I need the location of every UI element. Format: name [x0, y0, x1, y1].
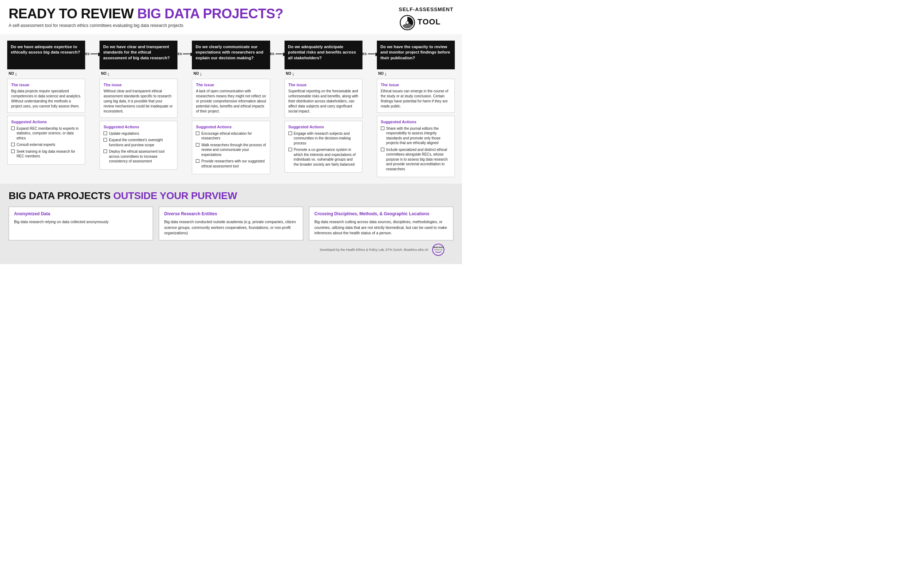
issue-box-4: The issue Superficial reporting on the f…	[284, 79, 362, 118]
svg-text:Health Ethics: Health Ethics	[433, 247, 444, 248]
checkbox-icon	[196, 159, 199, 163]
action-item: Expand REC membership to experts in stat…	[11, 126, 81, 141]
checkbox-icon	[288, 148, 292, 151]
bottom-card-1: Anonymized Data Big data research relyin…	[8, 207, 153, 241]
tool-icon	[399, 14, 416, 31]
no-arrow-5: NO ↓	[377, 69, 455, 78]
flow-column-5: Do we have the capacity to review and mo…	[377, 41, 455, 178]
issue-box-3: The issue A lack of open communication w…	[192, 79, 270, 118]
down-arrow-5: ↓	[385, 71, 387, 77]
checkbox-icon	[11, 150, 15, 153]
health-ethics-logo: Health Ethics & Policy Lab	[432, 243, 445, 256]
issue-box-1: The issue Big data projects require spec…	[7, 79, 85, 113]
bottom-title: BIG DATA PROJECTS OUTSIDE YOUR PURVIEW	[8, 190, 454, 202]
title-black: READY TO REVIEW	[8, 6, 134, 21]
issue-title-1: The issue	[11, 82, 81, 87]
bottom-card-title-3: Crossing Disciplines, Methods, & Geograp…	[314, 211, 448, 216]
arrow-line	[183, 54, 190, 54]
question-box-1: Do we have adequate expertise to ethical…	[7, 41, 85, 69]
bottom-card-text-1: Big data research relying on data collec…	[14, 219, 148, 225]
header-right: SELF-ASSESSMENT TOOL	[399, 7, 454, 31]
no-arrow-2: NO ↓	[100, 69, 178, 78]
action-item: Include specialized and distinct ethical…	[381, 147, 451, 172]
no-arrow-4: NO ↓	[284, 69, 362, 78]
title-purple: BIG DATA PROJECTS?	[137, 6, 283, 21]
issue-title-3: The issue	[196, 82, 266, 87]
header-left: READY TO REVIEW BIG DATA PROJECTS? A sel…	[8, 7, 283, 28]
bottom-card-title-2: Diverse Research Entities	[164, 211, 298, 216]
svg-point-1	[406, 21, 409, 24]
bottom-card-title-1: Anonymized Data	[14, 211, 148, 216]
action-item: Consult external experts	[11, 142, 81, 147]
issue-title-4: The issue	[288, 82, 358, 87]
no-arrow-1: NO ↓	[7, 69, 85, 78]
checkbox-icon	[381, 127, 385, 130]
issue-title-2: The issue	[104, 82, 174, 87]
issue-text-4: Superficial reporting on the foreseeable…	[288, 89, 358, 114]
yes-arrow-2: YES ▶	[175, 51, 194, 57]
flow-column-1: Do we have adequate expertise to ethical…	[7, 41, 85, 165]
action-item: Provide researchers with our suggested e…	[196, 159, 266, 168]
action-item: Promote a co-governance system in which …	[288, 147, 358, 167]
footer-text: Developed by the Health Ethics & Policy …	[320, 248, 428, 252]
question-box-5: Do we have the capacity to review and mo…	[377, 41, 455, 69]
main-container: READY TO REVIEW BIG DATA PROJECTS? A sel…	[0, 0, 462, 264]
flowchart-section: Do we have adequate expertise to ethical…	[0, 34, 462, 184]
bottom-card-3: Crossing Disciplines, Methods, & Geograp…	[309, 207, 454, 241]
down-arrow-1: ↓	[15, 71, 17, 77]
bottom-title-purple: OUTSIDE YOUR PURVIEW	[113, 190, 237, 201]
action-item: Seek training in big data research for R…	[11, 149, 81, 159]
issue-title-5: The issue	[381, 82, 451, 87]
actions-title-4: Suggested Actions	[288, 125, 358, 129]
header: READY TO REVIEW BIG DATA PROJECTS? A sel…	[0, 0, 462, 34]
flow-column-3: Do we clearly communicate our expectatio…	[192, 41, 270, 175]
checkbox-icon	[11, 127, 15, 130]
arrow-line	[276, 54, 283, 54]
actions-box-3: Suggested Actions Encourage ethical educ…	[192, 121, 270, 175]
down-arrow-2: ↓	[107, 71, 110, 77]
bottom-card-text-2: Big data research conducted outside acad…	[164, 219, 298, 236]
actions-box-5: Suggested Actions Share with the journal…	[377, 116, 455, 178]
actions-title-5: Suggested Actions	[381, 120, 451, 124]
question-box-2: Do we have clear and transparent standar…	[100, 41, 178, 69]
footer: Developed by the Health Ethics & Policy …	[8, 241, 454, 259]
flow-column-4: Do we adequately anticipate potential ri…	[284, 41, 362, 173]
checkbox-icon	[288, 132, 292, 135]
action-item: Share with the journal editors the respo…	[381, 126, 451, 145]
self-assessment-label: SELF-ASSESSMENT TOOL	[399, 7, 454, 31]
action-item: Update regulations	[104, 131, 174, 136]
bottom-title-black: BIG DATA PROJECTS	[8, 190, 111, 201]
action-item: Expand the committee's oversight functio…	[104, 138, 174, 147]
yes-arrow-container-1: YES ▶	[85, 41, 100, 57]
actions-box-1: Suggested Actions Expand REC membership …	[7, 116, 85, 165]
action-item: Walk researchers through the process of …	[196, 143, 266, 157]
arrow-line	[90, 54, 98, 54]
actions-box-4: Suggested Actions Engage with research s…	[284, 121, 362, 173]
header-subtitle: A self-assessment tool for research ethi…	[8, 23, 283, 28]
bottom-section: BIG DATA PROJECTS OUTSIDE YOUR PURVIEW A…	[0, 184, 462, 264]
issue-text-3: A lack of open communication with resear…	[196, 89, 266, 114]
checkbox-icon	[11, 143, 15, 146]
yes-arrow-4: YES ▶	[360, 51, 379, 57]
checkbox-icon	[104, 138, 107, 142]
actions-box-2: Suggested Actions Update regulations Exp…	[100, 121, 178, 170]
action-item: Engage with research subjects and commun…	[288, 131, 358, 146]
bottom-card-2: Diverse Research Entities Big data resea…	[159, 207, 303, 241]
flow-column-2: Do we have clear and transparent standar…	[100, 41, 178, 170]
footer-logo: Health Ethics & Policy Lab	[432, 243, 445, 256]
bottom-cards: Anonymized Data Big data research relyin…	[8, 207, 454, 241]
flow-wrapper: Do we have adequate expertise to ethical…	[7, 41, 455, 178]
checkbox-icon	[104, 132, 107, 135]
checkbox-icon	[196, 143, 199, 147]
issue-text-5: Ethical issues can emerge in the course …	[381, 89, 451, 109]
arrow-line	[368, 54, 375, 54]
yes-arrow-3: YES ▶	[268, 51, 287, 57]
actions-title-3: Suggested Actions	[196, 125, 266, 129]
down-arrow-4: ↓	[292, 71, 294, 77]
page-title: READY TO REVIEW BIG DATA PROJECTS?	[8, 7, 283, 21]
issue-box-2: The issue Without clear and transparent …	[100, 79, 178, 118]
bottom-card-text-3: Big data research cutting across data so…	[314, 219, 448, 236]
actions-title-1: Suggested Actions	[11, 120, 81, 124]
checkbox-icon	[104, 150, 107, 153]
question-box-4: Do we adequately anticipate potential ri…	[284, 41, 362, 69]
